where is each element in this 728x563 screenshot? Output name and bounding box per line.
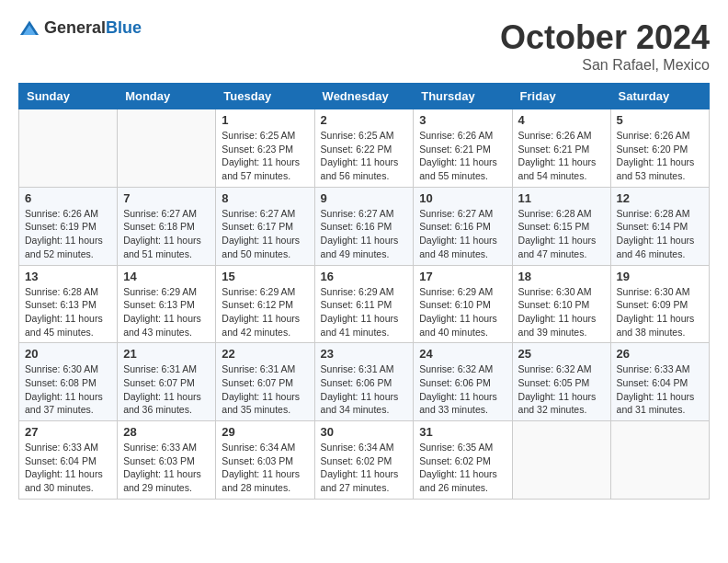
calendar-day-cell: 21Sunrise: 6:31 AM Sunset: 6:07 PM Dayli… xyxy=(118,343,216,421)
day-info: Sunrise: 6:25 AM Sunset: 6:22 PM Dayligh… xyxy=(321,129,408,183)
calendar-day-cell xyxy=(19,109,118,188)
page-header: GeneralBlue October 2024 San Rafael, Mex… xyxy=(18,18,710,74)
calendar-day-cell: 10Sunrise: 6:27 AM Sunset: 6:16 PM Dayli… xyxy=(414,187,512,265)
calendar-day-cell: 12Sunrise: 6:28 AM Sunset: 6:14 PM Dayli… xyxy=(610,187,709,265)
calendar-day-cell: 25Sunrise: 6:32 AM Sunset: 6:05 PM Dayli… xyxy=(512,343,610,421)
location: San Rafael, Mexico xyxy=(500,57,710,74)
weekday-header: Sunday xyxy=(19,84,118,109)
calendar-day-cell: 20Sunrise: 6:30 AM Sunset: 6:08 PM Dayli… xyxy=(19,343,118,421)
day-info: Sunrise: 6:27 AM Sunset: 6:18 PM Dayligh… xyxy=(123,207,210,261)
day-number: 30 xyxy=(321,425,408,439)
calendar-week-row: 20Sunrise: 6:30 AM Sunset: 6:08 PM Dayli… xyxy=(19,343,710,421)
day-number: 8 xyxy=(222,191,308,205)
calendar-day-cell xyxy=(512,421,610,500)
day-info: Sunrise: 6:28 AM Sunset: 6:13 PM Dayligh… xyxy=(25,285,111,339)
calendar-day-cell: 26Sunrise: 6:33 AM Sunset: 6:04 PM Dayli… xyxy=(610,343,709,421)
calendar-day-cell: 15Sunrise: 6:29 AM Sunset: 6:12 PM Dayli… xyxy=(216,265,314,343)
calendar-day-cell: 13Sunrise: 6:28 AM Sunset: 6:13 PM Dayli… xyxy=(19,265,118,343)
day-info: Sunrise: 6:33 AM Sunset: 6:04 PM Dayligh… xyxy=(617,362,703,417)
day-info: Sunrise: 6:32 AM Sunset: 6:06 PM Dayligh… xyxy=(419,362,506,417)
day-info: Sunrise: 6:26 AM Sunset: 6:21 PM Dayligh… xyxy=(518,129,605,183)
day-number: 22 xyxy=(222,347,308,361)
weekday-header: Saturday xyxy=(610,84,709,109)
day-info: Sunrise: 6:30 AM Sunset: 6:08 PM Dayligh… xyxy=(25,362,111,417)
weekday-header: Thursday xyxy=(414,84,512,109)
day-number: 28 xyxy=(123,425,210,439)
day-number: 12 xyxy=(617,191,703,205)
calendar-day-cell: 16Sunrise: 6:29 AM Sunset: 6:11 PM Dayli… xyxy=(314,265,414,343)
day-number: 31 xyxy=(419,425,506,439)
day-number: 14 xyxy=(123,270,210,283)
day-info: Sunrise: 6:33 AM Sunset: 6:03 PM Dayligh… xyxy=(123,441,210,495)
day-number: 25 xyxy=(518,347,605,361)
day-info: Sunrise: 6:27 AM Sunset: 6:16 PM Dayligh… xyxy=(321,207,408,261)
calendar-day-cell: 19Sunrise: 6:30 AM Sunset: 6:09 PM Dayli… xyxy=(610,265,709,343)
calendar-week-row: 27Sunrise: 6:33 AM Sunset: 6:04 PM Dayli… xyxy=(19,421,710,500)
day-info: Sunrise: 6:32 AM Sunset: 6:05 PM Dayligh… xyxy=(518,362,605,417)
day-number: 10 xyxy=(419,191,506,205)
calendar-day-cell: 3Sunrise: 6:26 AM Sunset: 6:21 PM Daylig… xyxy=(414,109,512,188)
day-info: Sunrise: 6:29 AM Sunset: 6:12 PM Dayligh… xyxy=(222,285,308,339)
title-block: October 2024 San Rafael, Mexico xyxy=(500,18,710,74)
day-info: Sunrise: 6:35 AM Sunset: 6:02 PM Dayligh… xyxy=(419,441,506,495)
day-number: 17 xyxy=(419,270,506,283)
day-number: 13 xyxy=(25,270,111,283)
calendar-header-row: SundayMondayTuesdayWednesdayThursdayFrid… xyxy=(19,84,710,109)
day-number: 15 xyxy=(222,270,308,283)
day-number: 5 xyxy=(617,113,703,127)
day-number: 29 xyxy=(222,425,308,439)
day-info: Sunrise: 6:26 AM Sunset: 6:20 PM Dayligh… xyxy=(617,129,703,183)
day-number: 4 xyxy=(518,113,605,127)
calendar-day-cell: 30Sunrise: 6:34 AM Sunset: 6:02 PM Dayli… xyxy=(314,421,414,500)
day-info: Sunrise: 6:31 AM Sunset: 6:07 PM Dayligh… xyxy=(222,362,308,417)
day-info: Sunrise: 6:28 AM Sunset: 6:14 PM Dayligh… xyxy=(617,207,703,261)
day-info: Sunrise: 6:31 AM Sunset: 6:07 PM Dayligh… xyxy=(123,362,210,417)
day-number: 9 xyxy=(321,191,408,205)
calendar-day-cell: 14Sunrise: 6:29 AM Sunset: 6:13 PM Dayli… xyxy=(118,265,216,343)
day-number: 2 xyxy=(321,113,408,127)
logo-general: General xyxy=(44,18,106,37)
day-number: 19 xyxy=(617,270,703,283)
day-number: 24 xyxy=(419,347,506,361)
calendar-week-row: 13Sunrise: 6:28 AM Sunset: 6:13 PM Dayli… xyxy=(19,265,710,343)
calendar-day-cell: 1Sunrise: 6:25 AM Sunset: 6:23 PM Daylig… xyxy=(216,109,314,188)
calendar-day-cell xyxy=(610,421,709,500)
calendar-day-cell: 5Sunrise: 6:26 AM Sunset: 6:20 PM Daylig… xyxy=(610,109,709,188)
calendar-day-cell: 29Sunrise: 6:34 AM Sunset: 6:03 PM Dayli… xyxy=(216,421,314,500)
day-info: Sunrise: 6:29 AM Sunset: 6:11 PM Dayligh… xyxy=(321,285,408,339)
calendar-week-row: 6Sunrise: 6:26 AM Sunset: 6:19 PM Daylig… xyxy=(19,187,710,265)
calendar-day-cell: 24Sunrise: 6:32 AM Sunset: 6:06 PM Dayli… xyxy=(414,343,512,421)
day-info: Sunrise: 6:25 AM Sunset: 6:23 PM Dayligh… xyxy=(222,129,308,183)
calendar-day-cell: 17Sunrise: 6:29 AM Sunset: 6:10 PM Dayli… xyxy=(414,265,512,343)
calendar-day-cell: 6Sunrise: 6:26 AM Sunset: 6:19 PM Daylig… xyxy=(19,187,118,265)
logo-blue: Blue xyxy=(106,18,142,37)
calendar-day-cell: 8Sunrise: 6:27 AM Sunset: 6:17 PM Daylig… xyxy=(216,187,314,265)
day-info: Sunrise: 6:27 AM Sunset: 6:17 PM Dayligh… xyxy=(222,207,308,261)
day-info: Sunrise: 6:30 AM Sunset: 6:09 PM Dayligh… xyxy=(617,285,703,339)
month-title: October 2024 xyxy=(500,18,710,57)
day-number: 16 xyxy=(321,270,408,283)
day-number: 26 xyxy=(617,347,703,361)
calendar-day-cell: 4Sunrise: 6:26 AM Sunset: 6:21 PM Daylig… xyxy=(512,109,610,188)
calendar-week-row: 1Sunrise: 6:25 AM Sunset: 6:23 PM Daylig… xyxy=(19,109,710,188)
calendar-day-cell: 18Sunrise: 6:30 AM Sunset: 6:10 PM Dayli… xyxy=(512,265,610,343)
calendar-day-cell: 28Sunrise: 6:33 AM Sunset: 6:03 PM Dayli… xyxy=(118,421,216,500)
day-number: 18 xyxy=(518,270,605,283)
calendar-table: SundayMondayTuesdayWednesdayThursdayFrid… xyxy=(18,83,710,500)
weekday-header: Wednesday xyxy=(314,84,414,109)
day-info: Sunrise: 6:28 AM Sunset: 6:15 PM Dayligh… xyxy=(518,207,605,261)
day-info: Sunrise: 6:34 AM Sunset: 6:02 PM Dayligh… xyxy=(321,441,408,495)
weekday-header: Tuesday xyxy=(216,84,314,109)
calendar-day-cell: 11Sunrise: 6:28 AM Sunset: 6:15 PM Dayli… xyxy=(512,187,610,265)
day-number: 20 xyxy=(25,347,111,361)
day-number: 11 xyxy=(518,191,605,205)
calendar-day-cell: 22Sunrise: 6:31 AM Sunset: 6:07 PM Dayli… xyxy=(216,343,314,421)
calendar-day-cell: 31Sunrise: 6:35 AM Sunset: 6:02 PM Dayli… xyxy=(414,421,512,500)
calendar-day-cell: 27Sunrise: 6:33 AM Sunset: 6:04 PM Dayli… xyxy=(19,421,118,500)
day-number: 21 xyxy=(123,347,210,361)
day-info: Sunrise: 6:33 AM Sunset: 6:04 PM Dayligh… xyxy=(25,441,111,495)
logo-icon xyxy=(18,19,40,38)
day-number: 6 xyxy=(25,191,111,205)
day-number: 1 xyxy=(222,113,308,127)
day-number: 27 xyxy=(25,425,111,439)
